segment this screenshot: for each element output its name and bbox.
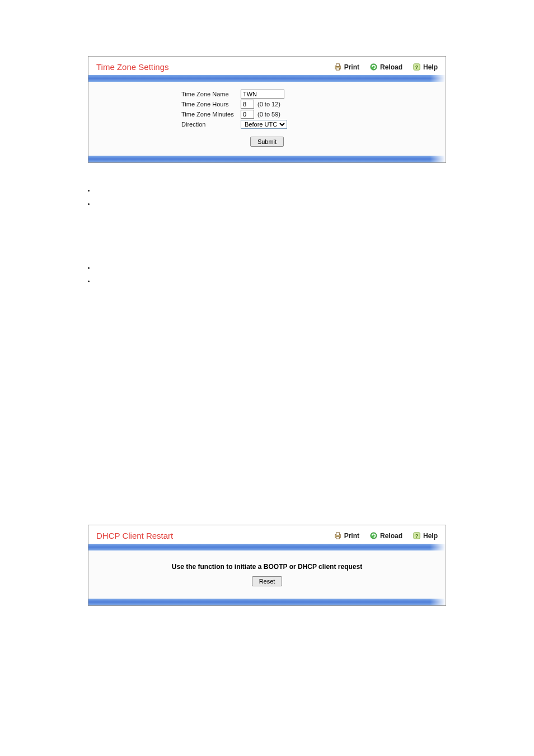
help-label: Help (423, 532, 438, 540)
reload-button[interactable]: Reload (369, 63, 402, 71)
svg-rect-8 (336, 536, 339, 539)
minutes-row: Time Zone Minutes (0 to 59) (94, 110, 440, 119)
timezone-minutes-input[interactable] (241, 110, 254, 119)
panel-body: Use the function to initiate a BOOTP or … (88, 550, 446, 599)
bullet-list-1 (95, 185, 534, 212)
hours-row: Time Zone Hours (0 to 12) (94, 100, 440, 109)
minutes-hint: (0 to 59) (257, 111, 280, 118)
direction-label: Direction (181, 121, 241, 128)
bullet-item (95, 185, 534, 199)
divider-bar-bottom (88, 599, 446, 605)
svg-point-3 (371, 64, 377, 70)
name-row: Time Zone Name (94, 90, 440, 99)
timezone-name-input[interactable] (241, 90, 284, 99)
panel-header: Time Zone Settings Print Reload ? Help (88, 57, 446, 75)
hours-label: Time Zone Hours (181, 101, 241, 108)
panel-body: Time Zone Name Time Zone Hours (0 to 12)… (88, 82, 446, 156)
panel-title: Time Zone Settings (96, 62, 334, 72)
minutes-label: Time Zone Minutes (181, 111, 241, 118)
name-label: Time Zone Name (181, 91, 241, 97)
svg-text:?: ? (415, 64, 419, 70)
direction-select[interactable]: Before UTC (241, 120, 287, 129)
reload-icon (369, 531, 378, 540)
bullet-item (95, 263, 534, 276)
svg-rect-1 (336, 64, 339, 67)
divider-bar (88, 75, 446, 82)
hours-hint: (0 to 12) (257, 101, 280, 108)
print-button[interactable]: Print (334, 63, 359, 71)
help-button[interactable]: ? Help (413, 63, 438, 71)
header-actions: Print Reload ? Help (334, 531, 438, 540)
svg-text:?: ? (415, 533, 419, 539)
panel-title: DHCP Client Restart (96, 531, 334, 540)
bullet-list-2 (95, 263, 534, 290)
dhcp-client-restart-panel: DHCP Client Restart Print Reload ? Help (88, 525, 446, 606)
svg-point-9 (371, 533, 377, 539)
print-icon (334, 531, 342, 540)
panel-header: DHCP Client Restart Print Reload ? Help (88, 525, 446, 544)
help-icon: ? (413, 63, 421, 71)
reload-button[interactable]: Reload (369, 531, 402, 540)
help-button[interactable]: ? Help (413, 531, 438, 540)
dhcp-description: Use the function to initiate a BOOTP or … (94, 558, 440, 571)
reload-icon (369, 63, 378, 71)
time-zone-settings-panel: Time Zone Settings Print Reload ? Help (88, 56, 446, 163)
divider-bar-bottom (88, 156, 446, 162)
reset-button[interactable]: Reset (252, 576, 283, 586)
help-label: Help (423, 63, 438, 71)
submit-button[interactable]: Submit (250, 137, 284, 147)
svg-rect-2 (336, 68, 339, 70)
print-label: Print (344, 63, 359, 71)
divider-bar (88, 544, 446, 550)
print-button[interactable]: Print (334, 531, 359, 540)
svg-rect-7 (336, 533, 339, 535)
header-actions: Print Reload ? Help (334, 63, 438, 71)
direction-row: Direction Before UTC (94, 120, 440, 129)
help-icon: ? (413, 531, 421, 540)
reload-label: Reload (380, 532, 402, 540)
timezone-hours-input[interactable] (241, 100, 254, 109)
bullet-item (95, 199, 534, 212)
print-icon (334, 63, 342, 71)
reload-label: Reload (380, 63, 402, 71)
print-label: Print (344, 532, 359, 540)
bullet-item (95, 276, 534, 290)
